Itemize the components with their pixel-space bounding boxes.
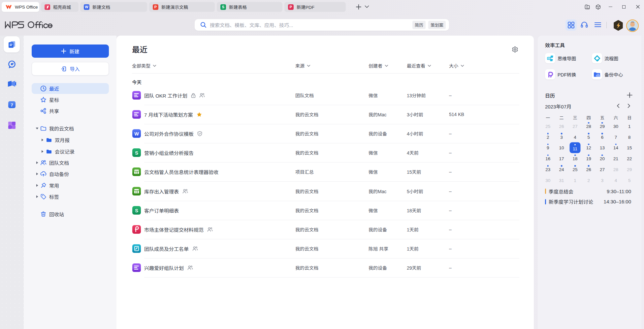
svg-text:W: W: [134, 131, 139, 136]
svg-text:S: S: [135, 208, 138, 213]
svg-text:7: 7: [11, 103, 13, 107]
svg-text:S: S: [135, 150, 138, 156]
